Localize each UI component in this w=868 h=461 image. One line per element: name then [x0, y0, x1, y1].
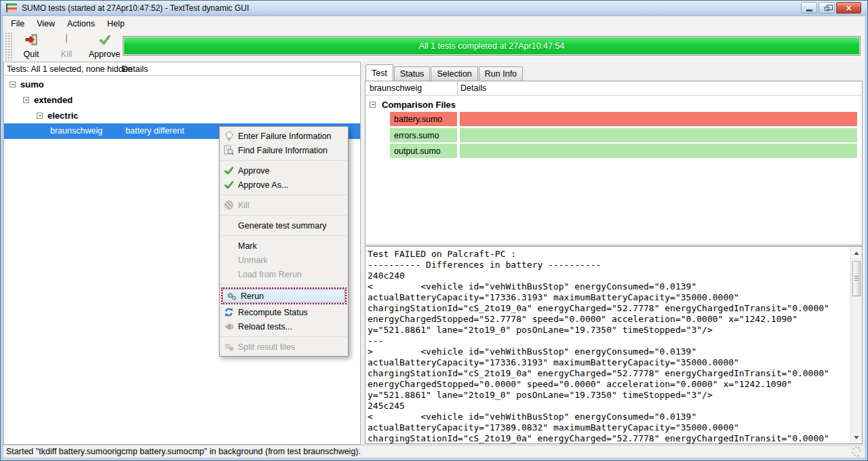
details-column-header: Details: [122, 64, 148, 74]
file-row-output[interactable]: output.sumo: [366, 144, 862, 158]
reload-icon: [220, 322, 238, 332]
tree-row-extended[interactable]: extended: [4, 92, 360, 108]
menu-item-approve[interactable]: Approve: [220, 163, 348, 178]
approve-button[interactable]: Approve: [85, 33, 124, 60]
menu-item-label: Rerun: [241, 292, 264, 301]
file-detail-bar: [460, 144, 857, 158]
file-detail-bar: [460, 128, 857, 142]
resize-grip-icon[interactable]: [852, 446, 862, 456]
group-label: Comparison Files: [382, 100, 456, 110]
gears-icon: [222, 292, 241, 301]
tab-run-info[interactable]: Run Info: [479, 66, 523, 81]
menu-separator: [220, 215, 347, 216]
menu-item-rerun[interactable]: Rerun: [221, 287, 347, 304]
test-context-menu: Enter Failure Information Find Failure I…: [219, 126, 349, 357]
collapse-expander-icon[interactable]: [37, 113, 43, 119]
menu-actions[interactable]: Actions: [61, 18, 101, 30]
menu-separator: [220, 336, 347, 337]
menu-item-kill: Kill: [220, 198, 348, 212]
collapse-expander-icon[interactable]: [9, 81, 16, 87]
collapse-expander-icon[interactable]: [370, 102, 376, 108]
kill-icon: [66, 34, 67, 43]
restore-button[interactable]: [818, 2, 835, 14]
close-icon: [846, 2, 851, 14]
menu-item-label: Generate test summary: [238, 221, 327, 230]
arrow-up-icon: [854, 252, 859, 255]
menu-item-label: Enter Failure Information: [238, 132, 332, 141]
quit-button[interactable]: Quit: [16, 33, 47, 60]
tree-row-electric[interactable]: electric: [4, 108, 360, 123]
approve-label: Approve: [89, 49, 121, 59]
menu-item-mark[interactable]: Mark: [220, 239, 348, 253]
kill-icon: [220, 201, 238, 209]
diff-text: Test FAILED on Palcraft-PC : ---------- …: [368, 249, 848, 443]
test-status: battery different: [125, 126, 184, 136]
check-icon: [220, 166, 238, 176]
comparison-file-table: braunschweig Details Comparison Files ba…: [365, 81, 863, 245]
diff-text-view[interactable]: Test FAILED on Palcraft-PC : ---------- …: [365, 246, 863, 444]
title-bar: SUMO tests (started at 27Apr10:47:52) - …: [1, 1, 867, 16]
toolbar: Quit Kill Approve All 1 tests completed …: [3, 31, 865, 62]
menu-item-load-from-rerun: Load from Rerun: [220, 267, 348, 281]
detail-panel: Test Status Selection Run Info braunschw…: [365, 62, 865, 445]
scroll-down-button[interactable]: [851, 432, 862, 443]
menu-item-label: Approve: [238, 166, 270, 176]
check-icon: [220, 180, 238, 190]
scroll-up-button[interactable]: [851, 247, 862, 258]
kill-button: Kill: [51, 33, 82, 60]
menu-item-reload-tests[interactable]: Reload tests...: [220, 319, 348, 334]
menu-help[interactable]: Help: [101, 18, 131, 30]
quit-door-icon: [25, 34, 38, 47]
suite-label: electric: [47, 111, 79, 121]
quit-label: Quit: [24, 49, 39, 59]
file-name: battery.sumo: [390, 112, 457, 126]
menu-item-recompute-status[interactable]: Recompute Status: [220, 305, 348, 319]
test-progress-fill: All 1 tests completed at 27Apr10:47:54: [124, 37, 859, 54]
collapse-expander-icon[interactable]: [23, 97, 29, 103]
menu-bar: File View Actions Help: [3, 16, 865, 31]
file-table-name-column: braunschweig: [370, 83, 422, 93]
tab-test[interactable]: Test: [366, 64, 393, 81]
scrollbar-thumb[interactable]: [852, 261, 861, 296]
menu-item-label: Kill: [238, 201, 250, 210]
vertical-scrollbar[interactable]: [850, 247, 862, 443]
tab-status[interactable]: Status: [394, 66, 430, 81]
menu-item-unmark: Unmark: [220, 253, 348, 267]
tests-summary-label: Tests: All 1 selected, none hidden: [7, 64, 133, 74]
arrow-down-icon: [854, 436, 859, 439]
menu-item-approve-as[interactable]: Approve As...: [220, 178, 348, 192]
test-progress-text: All 1 tests completed at 27Apr10:47:54: [419, 41, 565, 51]
comparison-files-group-row[interactable]: Comparison Files: [366, 97, 862, 112]
toolbar-grip[interactable]: [5, 32, 13, 60]
menu-view[interactable]: View: [31, 18, 61, 30]
status-bar: Started "tkdiff battery.sumoorigcmp batt…: [3, 445, 865, 458]
split-icon: [220, 342, 238, 352]
file-name: output.sumo: [390, 144, 457, 158]
menu-separator: [220, 195, 347, 195]
close-button[interactable]: [836, 2, 861, 14]
file-row-errors[interactable]: errors.sumo: [366, 128, 862, 142]
menu-file[interactable]: File: [5, 18, 31, 30]
tree-row-sumo[interactable]: sumo: [4, 77, 360, 92]
minimize-button[interactable]: [801, 2, 817, 14]
file-name: errors.sumo: [390, 128, 457, 142]
menu-item-label: Unmark: [238, 256, 268, 265]
tab-selection[interactable]: Selection: [431, 66, 477, 81]
restore-icon: [825, 7, 829, 11]
file-row-battery[interactable]: battery.sumo: [366, 112, 862, 126]
app-icon: [6, 3, 17, 12]
main-area: Tests: All 1 selected, none hidden Detai…: [3, 62, 865, 445]
test-tree-header: Tests: All 1 selected, none hidden Detai…: [4, 62, 360, 76]
kill-label: Kill: [61, 49, 73, 59]
minimize-icon: [806, 9, 812, 12]
suite-label: extended: [34, 95, 73, 105]
menu-item-enter-failure-information[interactable]: Enter Failure Information: [220, 129, 348, 143]
menu-item-split-result-files: Split result files: [220, 340, 348, 354]
menu-item-label: Approve As...: [238, 180, 288, 190]
menu-item-generate-test-summary[interactable]: Generate test summary: [220, 218, 348, 233]
test-progress-bar: All 1 tests completed at 27Apr10:47:54: [123, 36, 861, 56]
file-table-header: braunschweig Details: [366, 81, 862, 96]
menu-item-find-failure-information[interactable]: Find Failure Information: [220, 143, 348, 157]
approve-check-icon: [98, 34, 111, 47]
menu-separator: [220, 284, 347, 285]
